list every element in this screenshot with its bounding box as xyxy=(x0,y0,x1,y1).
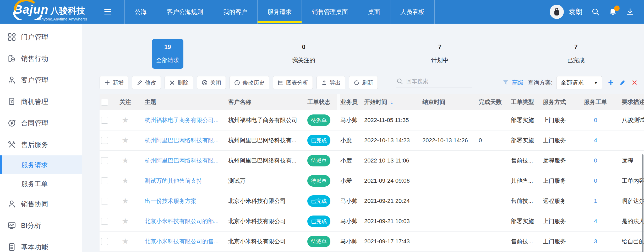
start-time: 2022-10-13 11:06 xyxy=(364,157,422,164)
sidebar-item-11[interactable]: 基本功能 xyxy=(0,236,82,252)
stat-tab-1[interactable]: 19 全部请求 xyxy=(100,37,236,70)
sidebar-item-label: 门户管理 xyxy=(21,33,48,42)
subject-link[interactable]: 杭州阿里巴巴网络科技有限... xyxy=(145,157,219,164)
pencil-icon xyxy=(137,80,143,86)
column-header-9[interactable]: 工单类型 xyxy=(511,98,543,106)
description: 远程 xyxy=(607,157,644,165)
star-icon[interactable]: ★ xyxy=(122,238,129,245)
star-icon[interactable]: ★ xyxy=(122,136,129,144)
user-name[interactable]: 袁朗 xyxy=(569,7,583,17)
work-orders-link[interactable]: 3 xyxy=(594,238,597,245)
search-input[interactable] xyxy=(406,78,469,85)
column-header-6[interactable]: 开始时间↓ xyxy=(364,98,422,106)
nav-tab-3[interactable]: 我的客户 xyxy=(213,0,258,24)
user-avatar[interactable] xyxy=(550,5,564,19)
column-header-7[interactable]: 结束时间 xyxy=(422,98,479,106)
column-header-12[interactable]: 要求描述 xyxy=(607,98,644,106)
关闭-button[interactable]: 关闭 xyxy=(197,76,226,89)
table-header: 关注主题客户名称工单状态业务员开始时间↓结束时间完成天数工单类型服务方式服务工单… xyxy=(100,94,644,110)
sidebar-item-5[interactable]: 合同管理 xyxy=(0,112,82,134)
nav-tab-4[interactable]: 服务请求 xyxy=(258,0,302,24)
column-header-1[interactable]: 关注 xyxy=(117,98,134,106)
row-checkbox[interactable] xyxy=(101,198,108,204)
subject-link[interactable]: 测试万的其他售前支持 xyxy=(145,177,202,184)
nav-tab-7[interactable]: 人员看板 xyxy=(390,0,435,24)
column-header-11[interactable]: 服务工单 xyxy=(584,98,607,106)
sidebar-item-10[interactable]: BI分析 xyxy=(0,215,82,236)
filter-funnel-icon[interactable] xyxy=(502,79,509,86)
修改历史-button[interactable]: 修改历史 xyxy=(230,76,269,89)
sidebar-item-7[interactable]: 服务请求 xyxy=(0,155,82,174)
star-icon[interactable]: ★ xyxy=(122,177,129,185)
sidebar-item-1[interactable]: 门户管理 xyxy=(0,26,82,48)
sidebar-item-2[interactable]: 销售行动 xyxy=(0,48,82,69)
column-header-4[interactable]: 工单状态 xyxy=(307,98,337,106)
导出-button[interactable]: 导出 xyxy=(316,76,345,89)
vertical-scrollbar[interactable] xyxy=(642,154,643,252)
sidebar-item-3[interactable]: 客户管理 xyxy=(0,69,82,91)
subject-link[interactable]: 北京小米科技有限公司的部... xyxy=(145,218,219,224)
sort-desc-icon[interactable]: ↓ xyxy=(390,99,393,105)
menu-toggle-icon[interactable] xyxy=(102,5,114,19)
star-icon[interactable]: ★ xyxy=(122,157,129,165)
nav-tab-5[interactable]: 销售管理桌面 xyxy=(302,0,358,24)
star-icon[interactable]: ★ xyxy=(122,197,129,205)
row-checkbox[interactable] xyxy=(101,137,108,144)
work-orders-link[interactable]: 0 xyxy=(594,117,597,123)
sidebar-item-4[interactable]: 商机管理 xyxy=(0,91,82,112)
nav-tab-6[interactable]: 桌面 xyxy=(358,0,390,24)
work-orders-link[interactable]: 0 xyxy=(594,177,597,184)
row-checkbox[interactable] xyxy=(101,218,108,225)
edit-plan-button[interactable] xyxy=(619,79,626,86)
download-icon[interactable] xyxy=(626,7,635,16)
新增-button[interactable]: 新增 xyxy=(100,76,128,89)
star-icon[interactable]: ★ xyxy=(122,217,129,225)
row-checkbox[interactable] xyxy=(101,157,108,164)
tools-icon xyxy=(7,140,16,149)
table-row: ★ 测试万的其他售前支持 测试万 待派单 小爱 2021-09-24 09:06… xyxy=(100,171,644,191)
sidebar-item-8[interactable]: 服务工单 xyxy=(0,174,82,193)
work-orders-link[interactable]: 4 xyxy=(594,137,597,144)
button-label: 新增 xyxy=(113,79,124,86)
work-orders-link[interactable]: 1 xyxy=(594,198,597,204)
column-header-8[interactable]: 完成天数 xyxy=(479,98,511,106)
query-plan-label: 查询方案: xyxy=(528,79,553,87)
star-icon[interactable]: ★ xyxy=(122,116,129,124)
select-all-checkbox[interactable] xyxy=(101,99,108,106)
work-orders-link[interactable]: 0 xyxy=(594,157,597,164)
owner: 马小帅 xyxy=(337,116,364,124)
subject-link[interactable]: 杭州阿里巴巴网络科技有限... xyxy=(145,137,219,144)
刷新-button[interactable]: 刷新 xyxy=(349,76,378,89)
app-logo[interactable]: Bajun 八骏科技 Anyone,Anytime,Anywhere! xyxy=(14,2,100,21)
sidebar-item-6[interactable]: 售后服务 xyxy=(0,134,82,155)
图表分析-button[interactable]: 图表分析 xyxy=(273,76,313,89)
stat-tab-3[interactable]: 7 计划中 xyxy=(372,37,508,70)
column-header-5[interactable]: 业务员 xyxy=(337,98,364,106)
advanced-search-link[interactable]: 高级 xyxy=(512,79,524,87)
subject-link[interactable]: 出一份技术服务方案 xyxy=(145,198,197,204)
column-header-10[interactable]: 服务方式 xyxy=(543,98,584,106)
query-plan-select[interactable]: 全部请求 ▼ xyxy=(556,76,602,89)
stat-tab-2[interactable]: 0 我关注的 xyxy=(236,37,372,70)
circle-close-icon xyxy=(202,80,208,86)
add-plan-button[interactable]: + xyxy=(608,78,614,87)
column-header-3[interactable]: 客户名称 xyxy=(225,98,307,106)
row-checkbox[interactable] xyxy=(101,238,108,245)
sidebar-item-9[interactable]: 销售协同 xyxy=(0,193,82,215)
search-icon[interactable] xyxy=(591,7,600,16)
删除-button[interactable]: 删除 xyxy=(165,76,193,89)
delete-plan-button[interactable]: ✕ xyxy=(631,79,638,87)
修改-button[interactable]: 修改 xyxy=(132,76,161,89)
notification-bell-icon[interactable] xyxy=(608,7,617,16)
stat-tab-4[interactable]: 7 已完成 xyxy=(508,37,644,70)
column-header-2[interactable]: 主题 xyxy=(134,98,225,106)
work-orders-link[interactable]: 4 xyxy=(594,218,597,224)
row-checkbox[interactable] xyxy=(101,117,108,124)
subject-link[interactable]: 北京小米科技有限公司的售... xyxy=(145,238,219,245)
nav-tab-2[interactable]: 客户公海规则 xyxy=(157,0,213,24)
service-method: 上门服务 xyxy=(543,177,584,185)
row-checkbox[interactable] xyxy=(101,177,108,184)
subject-link[interactable]: 杭州福林电子商务有限公司... xyxy=(145,117,219,123)
status-badge: 已完成 xyxy=(307,135,330,146)
nav-tab-1[interactable]: 公海 xyxy=(124,0,157,24)
